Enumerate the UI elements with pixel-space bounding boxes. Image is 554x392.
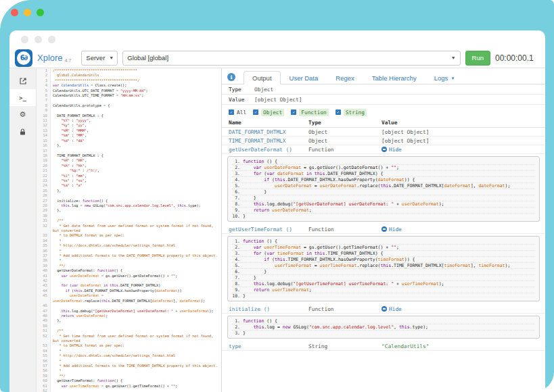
editor-line[interactable]: 60 getUserTimeFormat: function() { (37, 378, 221, 383)
close-window-button[interactable] (11, 9, 18, 16)
editor-line[interactable]: 47 this.log.debug("[getUserDateFormat] u… (37, 309, 221, 314)
editor-line[interactable]: 28 this.log = new GSLog("com.snc.app.cal… (37, 203, 221, 208)
info-icon[interactable]: i (227, 73, 235, 81)
property-link[interactable]: getUserDateFormat () (229, 147, 308, 153)
property-link[interactable]: TIME_FORMAT_DHTMLX (229, 138, 308, 144)
tab-output[interactable]: Output (244, 71, 281, 84)
code-token: * Add additional formats to the TIME_FOR… (53, 364, 218, 368)
editor-line[interactable]: 36 * (37, 249, 221, 253)
editor-line[interactable]: 41 var userDateFormat = gs.getUser().get… (37, 274, 221, 278)
code-editor[interactable]: 1/**************************************… (37, 68, 222, 392)
editor-line[interactable]: 2 global.CalendarUtils (37, 73, 221, 78)
editor-line[interactable]: 24 "%a" : "a" (37, 183, 221, 188)
editor-line[interactable]: 34 * (37, 239, 221, 243)
tab-regex[interactable]: Regex (327, 71, 363, 84)
editor-line[interactable]: 44 if (this.DATE_FORMAT_DHTMLX.hasOwnPro… (37, 289, 221, 293)
editor-line[interactable]: 23 "%s" : "ss", (37, 178, 221, 183)
editor-line[interactable]: 43 for (var dateFormat in this.DATE_FORM… (37, 283, 221, 288)
open-external-icon[interactable] (9, 72, 36, 89)
editor-line[interactable]: 9 (37, 108, 221, 113)
server-dropdown[interactable]: Server ▼ (81, 51, 118, 66)
editor-line[interactable]: 55 * http://docs.dhtmlx.com/scheduler/se… (37, 353, 221, 358)
editor-line[interactable]: 22 "%i" : "mm", (37, 174, 221, 178)
editor-line[interactable]: 59 **/ (37, 374, 221, 378)
editor-line[interactable]: 3 **************************************… (37, 78, 221, 83)
editor-line[interactable]: 39 **/ (37, 264, 221, 268)
property-link[interactable]: initialize () (229, 306, 308, 312)
editor-line[interactable]: 13 "%M" : "MMM", (37, 128, 221, 133)
editor-line[interactable]: 56 * (37, 359, 221, 364)
editor-line[interactable]: 50 (37, 324, 221, 328)
editor-line[interactable]: 42 (37, 278, 221, 283)
lock-icon[interactable] (9, 123, 36, 140)
filter-object[interactable]: ✓Object (253, 109, 284, 116)
filter-string[interactable]: ✓String (336, 109, 367, 116)
maximize-window-button[interactable] (37, 9, 44, 16)
editor-line[interactable]: 61 var userTimeFormat = gs.getUser().get… (37, 384, 221, 389)
editor-line[interactable]: 6CalendarUtils.UTC_TIME_FORMAT = "HH:mm:… (37, 93, 221, 98)
editor-line[interactable]: 53 * to DHTMLX format as per spec: (37, 343, 221, 348)
editor-line[interactable]: 15 "%d" : "dd" (37, 139, 221, 143)
editor-line[interactable]: 57 * Add additional formats to the TIME_… (37, 364, 221, 368)
run-button[interactable]: Run (465, 51, 490, 66)
scope-select[interactable]: Global [global] ▼ (122, 51, 460, 66)
checkbox-icon[interactable]: ✓ (291, 109, 296, 115)
property-link[interactable]: DATE_FORMAT_DHTMLX (229, 129, 308, 135)
property-link[interactable]: type (229, 343, 308, 349)
editor-line[interactable]: 14 "%m" : "MM", (37, 133, 221, 138)
minimize-window-button[interactable] (24, 9, 31, 16)
editor-line[interactable]: 45 userDateFormat = userDateFormat.repla… (37, 293, 221, 303)
editor-line[interactable]: 7 (37, 98, 221, 103)
editor-line[interactable]: 51 /** (37, 328, 221, 333)
line-number: 51 (37, 328, 51, 333)
editor-line[interactable]: 31 /** (37, 218, 221, 223)
editor-line[interactable]: 46 (37, 303, 221, 308)
tab-user-data[interactable]: User Data (281, 71, 327, 84)
editor-line[interactable]: 27 initialize: function() { (37, 199, 221, 203)
editor-line[interactable]: 18 TIME_FORMAT_DHTMLX : { (37, 153, 221, 158)
terminal-icon[interactable]: >_ (9, 89, 36, 106)
editor-line[interactable]: 16 }, (37, 143, 221, 148)
property-link[interactable]: getUserTimeFormat () (229, 226, 308, 232)
tab-table-hierarchy[interactable]: Table Hierarchy (363, 71, 425, 84)
checkbox-icon[interactable]: ✓ (229, 109, 234, 115)
editor-line[interactable]: 8CalendarUtils.prototype = { (37, 103, 221, 108)
editor-line[interactable]: 25 }, (37, 189, 221, 193)
editor-line[interactable]: 4var CalendarUtils = Class.create(); (37, 83, 221, 88)
editor-line[interactable]: 10 DATE_FORMAT_DHTMLX : { (37, 114, 221, 118)
editor-line[interactable]: 49 }, (37, 318, 221, 323)
editor-line[interactable]: 37 * Add additional formats to the DATE_… (37, 253, 221, 258)
editor-line[interactable]: 48 return userDateFormat; (37, 314, 221, 318)
editor-line[interactable]: 52 * Get time format from user defined f… (37, 334, 221, 344)
editor-line[interactable]: 30 (37, 214, 221, 218)
editor-line[interactable]: 29 }, (37, 208, 221, 213)
editor-line[interactable]: 17 (37, 149, 221, 153)
editor-line[interactable]: 33 * to DHTMLX format as per spec: (37, 233, 221, 238)
checkbox-icon[interactable]: ✓ (253, 109, 258, 115)
filter-all[interactable]: ✓All (229, 109, 246, 116)
editor-line[interactable]: 38 * (37, 258, 221, 263)
editor-line[interactable]: 12 "%y" : "yy", (37, 123, 221, 128)
editor-line[interactable]: 21 "%g:" : /^h:/, (37, 168, 221, 173)
editor-line[interactable]: 58 * (37, 368, 221, 373)
hide-toggle[interactable]: Hide (382, 306, 538, 312)
settings-gear-icon[interactable]: ⚙ (9, 106, 36, 123)
editor-line[interactable]: 62 (37, 389, 221, 392)
hide-toggle[interactable]: Hide (382, 226, 538, 232)
editor-line[interactable]: 32 * Get date format from user defined f… (37, 224, 221, 234)
editor-line[interactable]: 19 "%H" : "HH", (37, 158, 221, 163)
editor-line[interactable]: 54 * (37, 349, 221, 353)
editor-line[interactable]: 26 (37, 193, 221, 198)
editor-line[interactable]: 20 "%h" : "hh", (37, 164, 221, 168)
hide-toggle[interactable]: Hide (382, 147, 538, 153)
tab-logs[interactable]: Logs▼ (425, 71, 464, 84)
code-token (53, 283, 62, 287)
editor-line[interactable]: 40 getUserDateFormat: function() { (37, 268, 221, 273)
filter-function[interactable]: ✓Function (291, 109, 329, 116)
editor-line[interactable]: 35 * http://docs.dhtmlx.com/scheduler/se… (37, 243, 221, 248)
code-token: userTimeFormat (272, 287, 309, 293)
editor-line[interactable]: 5CalendarUtils.UTC_DATE_FORMAT = "yyyy-M… (37, 89, 221, 93)
editor-line[interactable]: 11 "%Y" : "yyyy", (37, 118, 221, 123)
editor-line[interactable]: 1/**************************************… (37, 68, 221, 73)
checkbox-icon[interactable]: ✓ (336, 109, 341, 115)
